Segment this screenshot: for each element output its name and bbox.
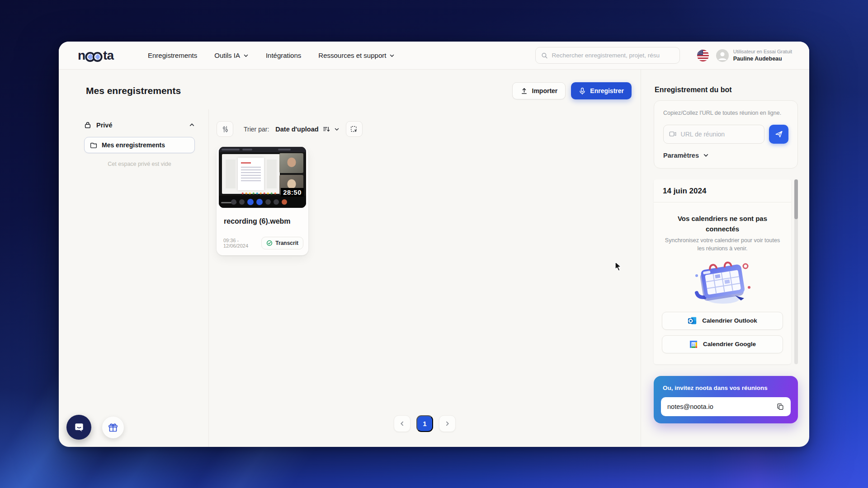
private-section-toggle[interactable]: Privé (84, 121, 195, 129)
invite-email-field[interactable] (661, 397, 791, 416)
filter-sliders-button[interactable] (217, 121, 233, 137)
pagination-next-button[interactable] (439, 415, 456, 432)
recording-card[interactable]: 28:50 recording (6).webm 09:36 - 12/06/2… (217, 147, 308, 255)
gift-icon (108, 422, 118, 433)
thumbnail-meet-controls (231, 199, 287, 205)
meeting-url-field[interactable] (663, 125, 764, 144)
recording-title[interactable]: recording (6).webm (217, 208, 308, 225)
sort-by-label: Trier par: (244, 126, 269, 133)
google-calendar-logo-icon: 31 (689, 340, 698, 349)
svg-text:31: 31 (692, 343, 695, 346)
bot-recording-card: Copiez/Collez l'URL de toutes réunion en… (654, 100, 798, 169)
invite-noota-card: Ou, invitez noota dans vos réunions (654, 376, 798, 423)
copy-icon (776, 403, 784, 411)
recording-thumbnail[interactable]: 28:50 (219, 147, 306, 208)
record-button-label: Enregistrer (590, 87, 624, 94)
record-button[interactable]: Enregistrer (571, 82, 632, 99)
page-title: Mes enregistrements (86, 85, 181, 96)
logo-waveform-icon (85, 51, 104, 62)
recording-datetime: 09:36 - 12/06/2024 (223, 238, 261, 249)
empty-space-message: Cet espace privé est vide (84, 161, 195, 167)
chevron-left-icon (399, 421, 405, 427)
folder-item-label: Mes enregistrements (102, 141, 165, 149)
calendar-subtext: Synchronisez votre calendrier pour voir … (662, 236, 783, 253)
user-plan-label: Utilisateur en Essai Gratuit (733, 48, 792, 55)
language-flag-us-icon[interactable] (697, 50, 709, 61)
search-input[interactable] (552, 52, 674, 59)
thumbnail-screenshare (222, 154, 280, 194)
sort-value-dropdown[interactable]: Date d'upload (275, 125, 339, 133)
noota-logo[interactable]: n ta (78, 48, 113, 63)
nav-item-label: Outils IA (214, 52, 240, 59)
multi-select-button[interactable] (346, 121, 363, 137)
check-circle-icon (266, 240, 273, 246)
calendar-card: 14 juin 2024 Vos calendriers ne sont pas… (654, 179, 791, 364)
user-avatar[interactable] (716, 49, 729, 62)
logo-text-suffix: ta (103, 48, 113, 63)
user-info[interactable]: Utilisateur en Essai Gratuit Pauline Aud… (733, 48, 792, 62)
lock-icon (84, 121, 91, 129)
outlook-button-label: Calendrier Outlook (702, 317, 757, 324)
rewards-launcher[interactable] (102, 417, 124, 438)
import-button-label: Importer (532, 87, 558, 94)
import-button[interactable]: Importer (512, 82, 566, 99)
paper-plane-icon (775, 130, 783, 138)
send-url-button[interactable] (769, 125, 788, 144)
connect-outlook-button[interactable]: Calendrier Outlook (662, 312, 783, 330)
noota-app-window: n ta Enregistrements (59, 42, 809, 447)
chat-bubble-icon (73, 422, 85, 433)
pagination-prev-button[interactable] (394, 415, 410, 432)
outlook-logo-icon (688, 316, 697, 325)
video-camera-icon (669, 131, 677, 137)
global-search[interactable] (535, 47, 680, 64)
calendar-date-header: 14 juin 2024 (654, 179, 791, 202)
nav-item-label: Enregistrements (148, 52, 197, 59)
person-icon (716, 49, 729, 62)
folders-sidebar: Privé Mes enregistrements Cet espace pri… (59, 109, 209, 447)
pagination-page-1[interactable]: 1 (416, 415, 433, 432)
connect-google-button[interactable]: 31 Calendrier Google (662, 335, 783, 353)
top-navbar: n ta Enregistrements (59, 42, 809, 70)
chevron-down-icon (389, 53, 395, 58)
chevron-right-icon (444, 421, 450, 427)
main-navigation: Enregistrements Outils IA Intégrations R… (148, 52, 395, 59)
meeting-url-input[interactable] (681, 131, 759, 138)
thumbnail-browser-bar (219, 147, 306, 152)
panel-scrollbar[interactable] (794, 179, 798, 364)
transcript-status-badge[interactable]: Transcrit (261, 237, 303, 249)
main-area: Mes enregistrements Importer (59, 70, 641, 447)
upload-icon (520, 87, 528, 95)
nav-item-ressources[interactable]: Ressources et support (318, 52, 395, 59)
calendar-illustration (689, 258, 756, 306)
sort-value-text: Date d'upload (275, 126, 318, 133)
invite-email-input[interactable] (667, 403, 773, 410)
invite-card-title: Ou, invitez noota dans vos réunions (663, 385, 791, 391)
nav-item-enregistrements[interactable]: Enregistrements (148, 52, 197, 59)
google-button-label: Calendrier Google (703, 341, 756, 347)
chat-support-launcher[interactable] (66, 415, 91, 440)
chevron-up-icon[interactable] (189, 122, 195, 128)
desktop-wallpaper: n ta Enregistrements (0, 0, 868, 488)
folder-icon (90, 142, 97, 149)
duration-badge: 28:50 (281, 188, 304, 197)
nav-item-outils-ia[interactable]: Outils IA (214, 52, 249, 59)
sort-descending-icon (322, 125, 330, 133)
thumbnail-webcam-1 (279, 153, 303, 173)
calendar-headline: Vos calendriers ne sont pas connectés (662, 213, 783, 235)
nav-item-integrations[interactable]: Intégrations (266, 52, 301, 59)
scrollbar-thumb[interactable] (794, 179, 798, 219)
marquee-select-icon (350, 125, 358, 133)
thumbnail-reactions-row (242, 192, 277, 195)
settings-toggle[interactable]: Paramètres (663, 152, 788, 159)
search-icon (541, 52, 548, 59)
recordings-grid: Trier par: Date d'upload (209, 109, 641, 447)
sliders-icon (221, 125, 229, 133)
bot-recording-title: Enregistrement du bot (655, 86, 798, 94)
chevron-down-icon (703, 152, 709, 158)
page-header: Mes enregistrements Importer (59, 70, 641, 109)
copy-email-button[interactable] (773, 399, 788, 414)
folder-item-mes-enregistrements[interactable]: Mes enregistrements (84, 137, 195, 153)
status-badge-label: Transcrit (275, 240, 298, 246)
pagination: 1 (209, 415, 641, 432)
nav-item-label: Intégrations (266, 52, 301, 59)
